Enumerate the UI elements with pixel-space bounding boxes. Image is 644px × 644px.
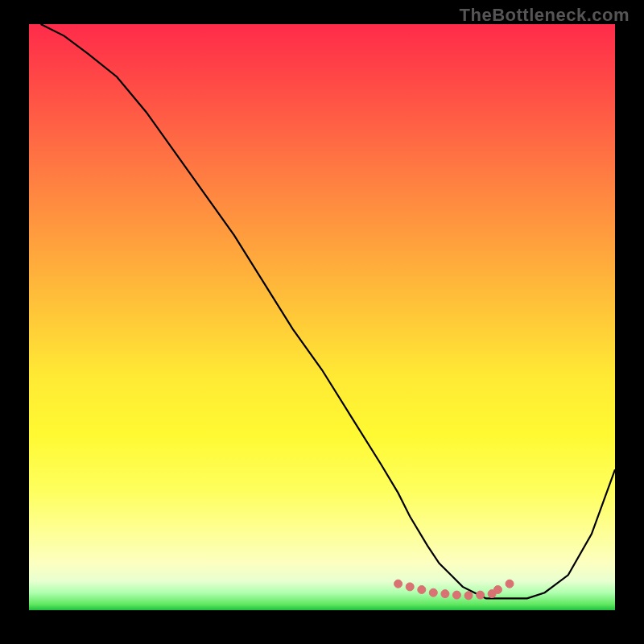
highlight-dot	[477, 591, 485, 599]
curve-path	[41, 24, 615, 598]
highlight-dot	[418, 586, 426, 594]
highlight-dot	[441, 590, 449, 598]
highlight-dot	[394, 580, 402, 588]
highlight-dot	[464, 592, 473, 600]
highlight-dot	[506, 580, 514, 588]
watermark-text: TheBottleneck.com	[460, 5, 630, 26]
highlight-dot	[429, 588, 437, 597]
highlight-dot	[493, 586, 502, 594]
chart-plot-area	[29, 24, 615, 610]
highlight-dot	[452, 591, 460, 599]
highlight-dot	[406, 583, 414, 591]
chart-svg	[29, 24, 615, 610]
highlight-dots	[394, 580, 514, 600]
highlight-dot	[488, 590, 496, 598]
